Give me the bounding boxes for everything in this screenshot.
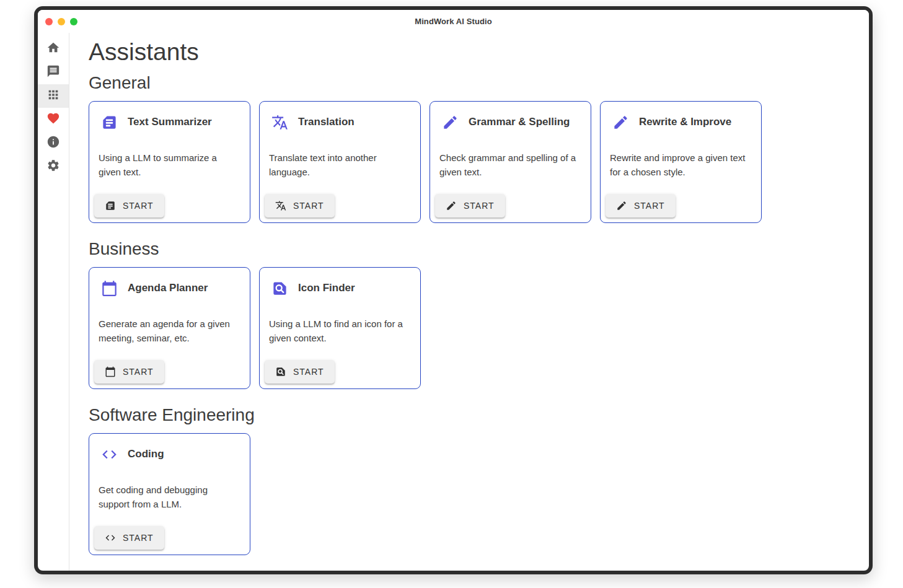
text-snippet-icon <box>105 200 116 211</box>
start-button-label: START <box>464 201 495 211</box>
card-translation: Translation Translate text into another … <box>259 101 421 223</box>
card-description: Rewrite and improve a given text for a c… <box>601 151 761 180</box>
page-title: Assistants <box>89 38 869 67</box>
info-icon <box>46 135 60 151</box>
icon-search-icon <box>271 280 288 297</box>
window-controls <box>45 18 77 25</box>
card-agenda-planner: Agenda Planner Generate an agenda for a … <box>89 267 250 389</box>
card-title: Icon Finder <box>298 282 355 294</box>
section-heading-business: Business <box>89 239 869 259</box>
pencil-icon <box>446 200 457 211</box>
minimize-window-button[interactable] <box>58 18 65 25</box>
section-software-engineering: Software Engineering Coding Get coding a… <box>89 405 869 555</box>
start-button-label: START <box>293 201 324 211</box>
code-icon <box>105 532 116 543</box>
start-button-label: START <box>123 367 154 377</box>
card-description: Using a LLM to summarize a given text. <box>89 151 250 180</box>
calendar-icon <box>105 366 116 377</box>
card-title: Coding <box>128 448 164 460</box>
start-button-label: START <box>634 201 665 211</box>
heart-icon <box>46 112 60 128</box>
sidebar-item-home[interactable] <box>38 37 69 61</box>
titlebar: MindWork AI Studio <box>38 10 869 33</box>
card-description: Generate an agenda for a given meeting, … <box>89 317 250 346</box>
start-text-summarizer-button[interactable]: START <box>94 194 164 217</box>
window-title: MindWork AI Studio <box>415 17 492 26</box>
sidebar <box>38 33 69 571</box>
card-icon-finder: Icon Finder Using a LLM to find an icon … <box>259 267 421 389</box>
start-coding-button[interactable]: START <box>94 526 164 550</box>
section-general: General Text Summarizer Using a LLM to s… <box>89 73 869 223</box>
text-snippet-icon <box>101 114 118 131</box>
start-button-label: START <box>293 367 324 377</box>
start-button-label: START <box>123 533 154 543</box>
sidebar-item-chats[interactable] <box>38 61 69 84</box>
translate-icon <box>275 200 286 211</box>
pencil-icon <box>612 114 629 131</box>
home-icon <box>46 41 60 57</box>
card-title: Translation <box>298 116 355 128</box>
card-title: Grammar & Spelling <box>469 116 570 128</box>
card-coding: Coding Get coding and debugging support … <box>89 433 250 555</box>
start-button-label: START <box>123 201 154 211</box>
card-description: Get coding and debugging support from a … <box>89 483 250 512</box>
card-description: Check grammar and spelling of a given te… <box>430 151 591 180</box>
card-grammar-spelling: Grammar & Spelling Check grammar and spe… <box>429 101 591 223</box>
card-text-summarizer: Text Summarizer Using a LLM to summarize… <box>89 101 250 223</box>
sidebar-item-assistants[interactable] <box>38 84 69 108</box>
start-rewrite-improve-button[interactable]: START <box>606 194 676 217</box>
start-grammar-spelling-button[interactable]: START <box>435 194 505 217</box>
maximize-window-button[interactable] <box>70 18 77 25</box>
card-rewrite-improve: Rewrite & Improve Rewrite and improve a … <box>600 101 762 223</box>
app-window: MindWork AI Studio Assistants <box>34 6 873 574</box>
calendar-icon <box>101 280 118 297</box>
start-icon-finder-button[interactable]: START <box>265 360 335 384</box>
sidebar-item-favorites[interactable] <box>38 108 69 131</box>
card-description: Using a LLM to find an icon for a given … <box>260 317 420 346</box>
icon-search-icon <box>275 366 286 377</box>
sidebar-item-about[interactable] <box>38 131 69 155</box>
section-heading-software-engineering: Software Engineering <box>89 405 869 425</box>
close-window-button[interactable] <box>45 18 53 25</box>
translate-icon <box>271 114 288 131</box>
section-heading-general: General <box>89 73 869 93</box>
card-title: Text Summarizer <box>128 116 212 128</box>
start-agenda-planner-button[interactable]: START <box>94 360 164 384</box>
code-icon <box>101 446 118 463</box>
pencil-icon <box>442 114 459 131</box>
main-content: Assistants General Text Summarizer Using… <box>69 33 869 571</box>
section-business: Business Agenda Planner Generate an agen… <box>89 239 869 389</box>
sidebar-item-settings[interactable] <box>38 155 69 178</box>
chat-icon <box>46 64 60 81</box>
card-title: Rewrite & Improve <box>639 116 731 128</box>
start-translation-button[interactable]: START <box>265 194 335 217</box>
pencil-icon <box>616 200 627 211</box>
apps-grid-icon <box>46 88 60 104</box>
card-title: Agenda Planner <box>128 282 208 294</box>
card-description: Translate text into another language. <box>260 151 420 180</box>
gear-icon <box>46 159 60 175</box>
